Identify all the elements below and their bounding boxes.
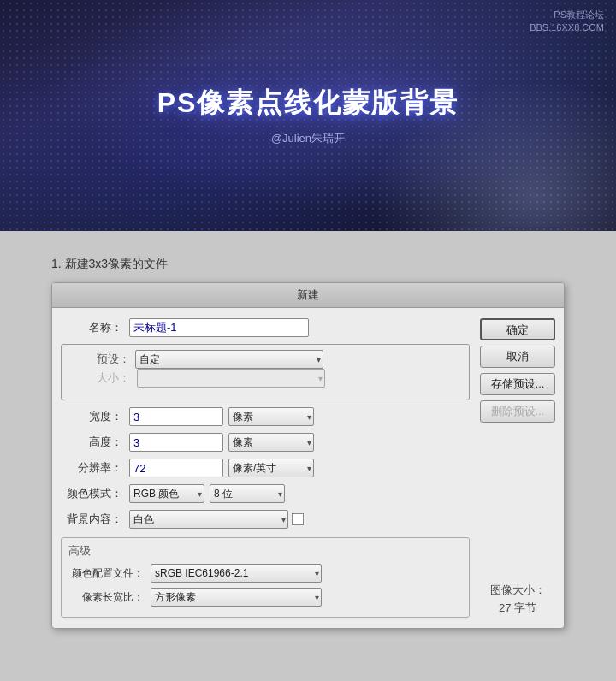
size-row: 大小：: [68, 369, 462, 388]
ok-button[interactable]: 确定: [480, 318, 555, 340]
height-unit-select[interactable]: 像素: [228, 433, 314, 452]
resolution-unit-wrap: 像素/英寸: [228, 459, 314, 477]
resolution-input[interactable]: [129, 459, 223, 477]
name-label: 名称：: [61, 320, 122, 335]
banner: PS教程论坛 BBS.16XX8.COM PS像素点线化蒙版背景 @Julien…: [0, 0, 616, 231]
preset-select[interactable]: 自定: [135, 350, 323, 369]
bgcolor-label: 背景内容：: [61, 512, 122, 527]
preset-group: 预设： 自定 大小：: [61, 344, 470, 400]
width-unit-wrap: 像素: [228, 407, 314, 426]
new-file-dialog: 新建 名称： 预设： 自定: [51, 282, 565, 629]
dialog-titlebar: 新建: [52, 283, 564, 308]
width-unit-select[interactable]: 像素: [228, 407, 314, 426]
name-input[interactable]: [129, 318, 309, 337]
colormode-bits-wrap: 8 位: [210, 484, 285, 503]
preset-label: 预设：: [68, 352, 130, 367]
preset-select-wrap: 自定: [135, 350, 323, 369]
colormode-select-wrap: RGB 颜色: [129, 484, 204, 503]
width-row: 宽度： 像素: [61, 407, 470, 426]
save-preset-button[interactable]: 存储预设...: [480, 373, 555, 395]
colormode-bits-select[interactable]: 8 位: [210, 484, 285, 503]
pixelratio-label: 像素长宽比：: [68, 590, 144, 605]
height-unit-wrap: 像素: [228, 433, 314, 452]
img-size-label: 图像大小：: [480, 582, 555, 600]
preset-row: 预设： 自定: [68, 350, 462, 369]
cancel-button[interactable]: 取消: [480, 346, 555, 368]
bgcolor-checkbox[interactable]: [292, 513, 304, 525]
size-label: 大小：: [68, 370, 130, 386]
colorprofile-row: 颜色配置文件： sRGB IEC61966-2.1: [68, 564, 462, 583]
width-input[interactable]: [129, 407, 223, 426]
img-size-info: 图像大小： 27 字节: [480, 573, 555, 618]
colormode-select[interactable]: RGB 颜色: [129, 484, 204, 503]
colormode-row: 颜色模式： RGB 颜色 8 位: [61, 484, 470, 503]
delete-preset-button[interactable]: 删除预设...: [480, 400, 555, 423]
colormode-label: 颜色模式：: [61, 486, 122, 501]
dialog-buttons: 确定 取消 存储预设... 删除预设... 图像大小： 27 字节: [480, 318, 555, 618]
height-label: 高度：: [61, 435, 122, 450]
dialog-form: 名称： 预设： 自定 大小：: [61, 318, 470, 618]
width-label: 宽度：: [61, 409, 122, 424]
name-row: 名称：: [61, 318, 470, 337]
banner-title: PS像素点线化蒙版背景: [157, 85, 459, 122]
size-select-wrap: [137, 369, 325, 388]
size-select: [137, 369, 325, 388]
resolution-row: 分辨率： 像素/英寸: [61, 459, 470, 477]
dialog-body: 名称： 预设： 自定 大小：: [52, 308, 564, 628]
forum-label: PS教程论坛 BBS.16XX8.COM: [530, 9, 604, 35]
colorprofile-select-wrap: sRGB IEC61966-2.1: [151, 564, 322, 583]
advanced-label: 高级: [68, 543, 462, 559]
height-row: 高度： 像素: [61, 433, 470, 452]
resolution-unit-select[interactable]: 像素/英寸: [228, 459, 314, 477]
bgcolor-row: 背景内容： 白色: [61, 510, 470, 529]
colorprofile-label: 颜色配置文件：: [68, 566, 144, 581]
resolution-label: 分辨率：: [61, 460, 122, 476]
pixelratio-select-wrap: 方形像素: [151, 588, 322, 607]
advanced-section: 高级 颜色配置文件： sRGB IEC61966-2.1 像素长宽比：: [61, 537, 470, 618]
banner-subtitle: @Julien朱瑞开: [271, 131, 345, 146]
step-label: 1. 新建3x3像素的文件: [51, 257, 565, 272]
bgcolor-select-wrap: 白色: [129, 510, 288, 529]
img-size-value: 27 字节: [480, 600, 555, 618]
bgcolor-select[interactable]: 白色: [129, 510, 288, 529]
height-input[interactable]: [129, 433, 223, 452]
content-area: 1. 新建3x3像素的文件 新建 名称： 预设： 自定: [0, 231, 616, 663]
colorprofile-select[interactable]: sRGB IEC61966-2.1: [151, 564, 322, 583]
pixelratio-select[interactable]: 方形像素: [151, 588, 322, 607]
pixelratio-row: 像素长宽比： 方形像素: [68, 588, 462, 607]
